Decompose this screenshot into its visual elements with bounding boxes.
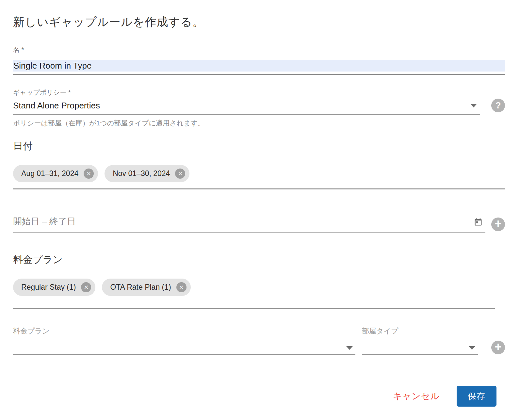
remove-rate-plan-chip-button[interactable]: ✕ xyxy=(81,282,91,292)
room-type-select-field[interactable] xyxy=(362,335,478,354)
remove-date-chip-button[interactable]: ✕ xyxy=(84,169,94,179)
chevron-down-icon xyxy=(346,346,353,350)
rate-plans-divider xyxy=(13,308,495,309)
dialog-actions: キャンセル 保存 xyxy=(13,386,505,407)
dialog-title: 新しいギャップルールを作成する。 xyxy=(13,14,505,30)
gap-policy-select[interactable]: Stand Alone Properties xyxy=(13,96,480,115)
date-range-input[interactable]: 開始日 – 終了日 xyxy=(13,204,485,233)
dates-section-title: 日付 xyxy=(13,139,505,153)
rate-plans-section-title: 料金プラン xyxy=(13,253,505,267)
date-range-placeholder: 開始日 – 終了日 xyxy=(13,216,76,227)
cancel-button[interactable]: キャンセル xyxy=(393,390,440,402)
date-chip: Aug 01–31, 2024 ✕ xyxy=(13,165,98,182)
rate-plan-select-label: 料金プラン xyxy=(13,327,355,335)
room-type-select[interactable]: 部屋タイプ xyxy=(362,327,478,355)
date-chips-row: Aug 01–31, 2024 ✕ Nov 01–30, 2024 ✕ xyxy=(13,165,505,182)
create-gap-rule-dialog: 新しいギャップルールを作成する。 名 * Single Room in Type… xyxy=(0,14,520,420)
rate-plan-chip: Regular Stay (1) ✕ xyxy=(13,279,95,296)
add-rate-plan-mapping-button[interactable]: + xyxy=(491,341,505,354)
name-field-label: 名 * xyxy=(13,46,505,53)
date-chip-label: Nov 01–30, 2024 xyxy=(113,169,170,178)
gap-policy-selected-value: Stand Alone Properties xyxy=(13,101,100,111)
help-icon[interactable]: ? xyxy=(491,99,505,112)
rate-plan-select[interactable]: 料金プラン xyxy=(13,327,355,355)
date-range-row: 開始日 – 終了日 + xyxy=(13,204,505,233)
rate-plan-mapping-row: 料金プラン 部屋タイプ + xyxy=(13,327,505,355)
rate-plan-chip-label: OTA Rate Plan (1) xyxy=(110,283,171,292)
name-input-value: Single Room in Type xyxy=(13,60,505,72)
rate-plan-chip-label: Regular Stay (1) xyxy=(21,283,76,292)
remove-date-chip-button[interactable]: ✕ xyxy=(175,169,185,179)
remove-rate-plan-chip-button[interactable]: ✕ xyxy=(176,282,187,292)
policy-row: Stand Alone Properties ? xyxy=(13,96,505,115)
rate-plan-select-field[interactable] xyxy=(13,335,355,354)
dates-divider xyxy=(13,188,505,189)
rate-plan-chips-row: Regular Stay (1) ✕ OTA Rate Plan (1) ✕ xyxy=(13,279,505,296)
name-input[interactable]: Single Room in Type xyxy=(13,60,505,75)
date-chip-label: Aug 01–31, 2024 xyxy=(21,169,78,178)
rate-plan-chip: OTA Rate Plan (1) ✕ xyxy=(102,279,190,296)
date-chip: Nov 01–30, 2024 ✕ xyxy=(105,165,189,182)
add-date-range-button[interactable]: + xyxy=(491,218,505,231)
chevron-down-icon xyxy=(469,346,475,350)
save-button[interactable]: 保存 xyxy=(457,386,496,407)
policy-helper-text: ポリシーは部屋（在庫）が1つの部屋タイプに適用されます。 xyxy=(13,119,505,128)
calendar-icon[interactable] xyxy=(474,218,483,227)
policy-field-label: ギャップポリシー * xyxy=(13,89,505,96)
room-type-select-label: 部屋タイプ xyxy=(362,327,478,335)
chevron-down-icon xyxy=(470,104,477,107)
